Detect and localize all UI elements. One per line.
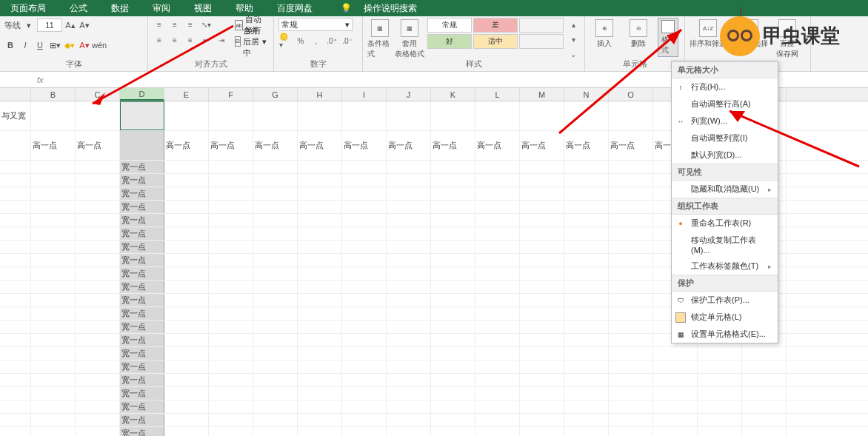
cell[interactable] [520, 427, 564, 436]
cell[interactable] [298, 174, 342, 187]
cell[interactable] [0, 321, 31, 333]
cell[interactable] [253, 101, 298, 130]
cell[interactable] [431, 360, 475, 373]
menu-view[interactable]: 视图 [190, 2, 216, 15]
cell[interactable] [164, 241, 209, 253]
cell[interactable] [431, 254, 475, 266]
cell[interactable] [253, 174, 298, 187]
increase-font-icon[interactable]: A▴ [64, 19, 76, 31]
cell[interactable] [0, 281, 31, 293]
cell[interactable] [298, 227, 342, 240]
cell[interactable] [520, 360, 564, 373]
cell[interactable] [342, 414, 387, 426]
cell[interactable] [31, 400, 76, 413]
cell[interactable]: 宽一点 [120, 374, 164, 386]
cell[interactable] [742, 427, 787, 436]
cell[interactable]: 与又宽 [0, 101, 31, 130]
cell[interactable]: 高一点 [76, 131, 120, 160]
cell[interactable] [520, 321, 564, 333]
cell[interactable] [298, 101, 342, 130]
cell[interactable] [431, 241, 475, 253]
cell[interactable] [31, 254, 76, 266]
cell[interactable] [120, 101, 164, 130]
cell[interactable]: 高一点 [164, 131, 209, 160]
cell[interactable] [387, 334, 431, 346]
cell[interactable] [298, 187, 342, 200]
col-header-F[interactable]: F [209, 88, 253, 101]
dd-fmtcell[interactable]: ▦设置单元格格式(E)... [672, 326, 778, 343]
cell[interactable] [653, 374, 698, 386]
baidu-save-button[interactable]: ☁ 百度 保存网 [772, 18, 802, 59]
cell[interactable] [0, 294, 31, 306]
menu-data[interactable]: 数据 [107, 2, 133, 15]
cell[interactable] [475, 414, 520, 426]
cell[interactable]: 高一点 [475, 131, 520, 160]
cell[interactable] [164, 281, 209, 293]
gallery-up-icon[interactable]: ▴ [567, 18, 580, 31]
cell[interactable] [253, 281, 298, 293]
cell[interactable] [342, 101, 387, 130]
cell[interactable] [31, 347, 76, 360]
cell[interactable]: 宽一点 [120, 347, 164, 360]
cell[interactable] [387, 374, 431, 386]
cell[interactable] [253, 201, 298, 213]
cell[interactable] [164, 101, 209, 130]
cell[interactable] [342, 334, 387, 346]
cell[interactable] [298, 241, 342, 253]
cell[interactable] [520, 400, 564, 413]
format-button[interactable]: 格式 [658, 18, 678, 57]
cell[interactable]: 宽一点 [120, 281, 164, 293]
cell[interactable] [0, 131, 31, 160]
cell[interactable] [698, 414, 742, 426]
cell[interactable] [342, 201, 387, 213]
cell[interactable]: 高一点 [31, 131, 76, 160]
cell[interactable] [76, 334, 120, 346]
cell[interactable] [31, 201, 76, 213]
italic-button[interactable]: I [19, 39, 31, 51]
cell[interactable] [31, 294, 76, 306]
cell[interactable] [209, 294, 253, 306]
cell[interactable] [76, 281, 120, 293]
cell[interactable]: 高一点 [564, 131, 609, 160]
cell[interactable] [0, 267, 31, 280]
cell[interactable] [520, 334, 564, 346]
cell[interactable] [76, 427, 120, 436]
cell[interactable] [387, 227, 431, 240]
cell[interactable] [0, 414, 31, 426]
dd-default-col[interactable]: 默认列宽(D)... [672, 147, 778, 164]
cell[interactable] [742, 374, 787, 386]
cell[interactable] [209, 307, 253, 320]
format-table-button[interactable]: ▦ 套用 表格格式 [395, 18, 424, 59]
cell[interactable] [253, 414, 298, 426]
cell[interactable] [475, 281, 520, 293]
cell[interactable] [76, 101, 120, 130]
cell[interactable] [253, 387, 298, 400]
cell[interactable] [31, 161, 76, 173]
cell[interactable] [475, 174, 520, 187]
cell[interactable] [742, 414, 787, 426]
cell[interactable] [253, 187, 298, 200]
cell[interactable] [431, 214, 475, 227]
cell[interactable] [609, 347, 653, 360]
cell[interactable] [387, 414, 431, 426]
cell[interactable] [387, 400, 431, 413]
cell[interactable] [564, 241, 609, 253]
cell[interactable] [76, 267, 120, 280]
cell[interactable] [387, 307, 431, 320]
cell[interactable] [253, 294, 298, 306]
cell[interactable]: 宽一点 [120, 414, 164, 426]
cell[interactable] [609, 387, 653, 400]
cell[interactable] [31, 187, 76, 200]
cell[interactable]: 高一点 [209, 131, 253, 160]
phonetic-icon[interactable]: wén [93, 39, 105, 51]
cell[interactable] [342, 187, 387, 200]
cell[interactable]: 宽一点 [120, 174, 164, 187]
cell[interactable] [0, 307, 31, 320]
cell[interactable] [298, 281, 342, 293]
cell[interactable] [164, 347, 209, 360]
cell[interactable] [431, 307, 475, 320]
cell[interactable] [253, 360, 298, 373]
col-header-M[interactable]: M [520, 88, 564, 101]
comma-icon[interactable]: , [310, 34, 323, 47]
cell[interactable] [564, 187, 609, 200]
